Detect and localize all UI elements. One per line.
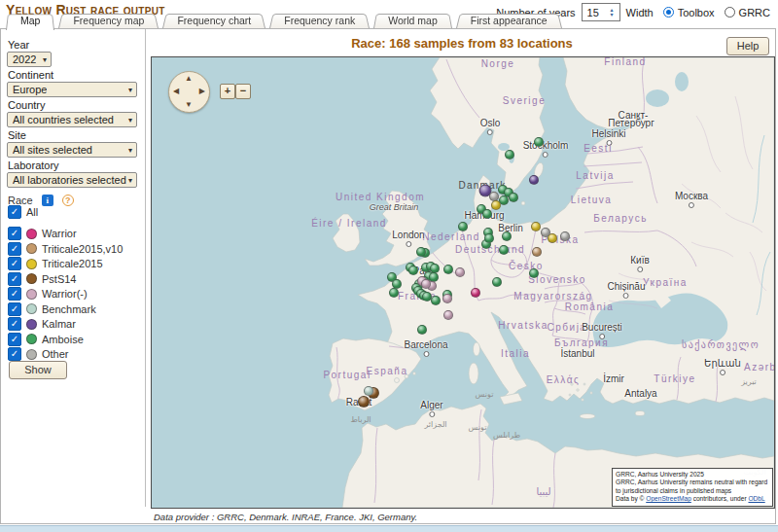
map-marker-other[interactable] [560, 231, 570, 241]
tab-frequency-chart[interactable]: Frequency chart [162, 13, 265, 28]
help-question-icon[interactable]: ? [62, 195, 74, 206]
chevron-down-icon: ▾ [43, 55, 47, 64]
width-option-toolbox[interactable]: Toolbox [663, 7, 715, 18]
map-marker-warrior_minus[interactable] [442, 294, 452, 303]
checkbox-triticale2015[interactable]: ✓ [8, 257, 21, 270]
year-label: Year [8, 39, 29, 51]
race-option-label: Amboise [42, 334, 84, 345]
map-marker-amboise[interactable] [505, 150, 514, 160]
pan-down-icon[interactable]: ▼ [185, 101, 193, 109]
map-marker-amboise[interactable] [484, 233, 494, 243]
race-row-other: ✓Other [8, 347, 69, 361]
race-option-label: PstS14 [42, 273, 76, 285]
map-marker-warrior_minus[interactable] [443, 310, 453, 320]
legend-dot-warrior [26, 229, 37, 239]
map-canvas[interactable]: NorgeFinlandSverigeOsloStockholmHelsinki… [151, 56, 775, 509]
map-marker-psts14[interactable] [358, 396, 370, 408]
site-select[interactable]: All sites selected▾ [7, 142, 137, 158]
checkbox-psts14[interactable]: ✓ [8, 272, 21, 286]
map-marker-amboise[interactable] [509, 193, 518, 202]
pan-left-icon[interactable]: ◀ [173, 88, 179, 95]
checkbox-warrior[interactable]: ✓ [8, 227, 21, 240]
tab-map[interactable]: Map [6, 13, 54, 28]
laboratory-select[interactable]: All laboratories selected▾ [7, 172, 137, 188]
width-label: Width [626, 7, 654, 18]
map-marker-amboise[interactable] [389, 288, 399, 298]
map-marker-amboise[interactable] [492, 277, 502, 287]
spinner-arrows-icon[interactable]: ▴▾ [611, 8, 616, 18]
legend-dot-benchmark [26, 303, 37, 314]
number-of-years-value[interactable] [583, 7, 611, 18]
radio-toolbox-icon[interactable] [663, 7, 674, 18]
map-marker-triticale2015[interactable] [548, 233, 557, 243]
tab-label: Frequency chart [162, 13, 265, 26]
width-radio-group: Toolbox GRRC [663, 7, 770, 18]
checkbox-kalmar[interactable]: ✓ [8, 317, 21, 331]
map-marker-triticale2015[interactable] [491, 200, 501, 210]
tab-world-map[interactable]: World map [373, 13, 452, 28]
tab-label: First appearance [456, 13, 562, 26]
map-marker-amboise[interactable] [529, 268, 539, 278]
checkbox-all[interactable]: ✓ [8, 205, 21, 219]
bottom-scroll-strip[interactable] [0, 525, 778, 532]
content-panel: Year2022▾ContinentEurope▾CountryAll coun… [0, 28, 776, 524]
tab-label: Map [6, 13, 54, 26]
checkbox-warrior[interactable]: ✓ [8, 287, 21, 301]
zoom-out-button[interactable]: − [235, 84, 251, 99]
race-row-triticale2015: ✓Triticale2015 [8, 257, 103, 270]
race-row-warrior: ✓Warrior(-) [8, 287, 88, 301]
map-marker-warrior_minus[interactable] [455, 267, 465, 277]
map-marker-kalmar[interactable] [529, 175, 539, 185]
show-button[interactable]: Show [9, 361, 67, 379]
map-marker-amboise[interactable] [416, 247, 426, 257]
map-marker-triticale2015[interactable] [531, 222, 541, 231]
tab-frequency-rank[interactable]: Frequency rank [269, 13, 370, 28]
map-marker-amboise[interactable] [431, 296, 441, 305]
odbl-link[interactable]: ODbL [748, 495, 764, 502]
map-marker-warrior[interactable] [471, 288, 480, 298]
map-marker-warrior_minus[interactable] [421, 279, 431, 289]
checkbox-amboise[interactable]: ✓ [8, 333, 21, 346]
zoom-in-button[interactable]: + [220, 84, 235, 99]
pan-right-icon[interactable]: ▶ [199, 88, 205, 95]
map-marker-amboise[interactable] [534, 137, 544, 147]
map-marker-triticale2015v10[interactable] [532, 247, 542, 257]
map-marker-amboise[interactable] [502, 231, 512, 241]
year-select[interactable]: 2022▾ [7, 52, 52, 67]
info-icon[interactable]: i [42, 195, 53, 206]
laboratory-value: All laboratories selected [13, 174, 126, 186]
map-marker-amboise[interactable] [482, 209, 492, 219]
radio-grrc-label: GRRC [739, 7, 770, 18]
width-option-grrc[interactable]: GRRC [725, 7, 770, 18]
map-title: Race: 168 samples from 83 locations [151, 36, 773, 51]
help-button[interactable]: Help [726, 37, 769, 55]
legend-dot-triticale2015-v10 [26, 243, 37, 254]
checkbox-other[interactable]: ✓ [8, 347, 21, 361]
checkbox-benchmark[interactable]: ✓ [8, 302, 21, 316]
continent-select[interactable]: Europe▾ [7, 82, 137, 97]
attribution-prefix: Data by © [616, 495, 646, 502]
map-marker-benchmark[interactable] [364, 386, 373, 396]
country-select[interactable]: All countries selected▾ [7, 112, 137, 127]
checkbox-triticale2015-v10[interactable]: ✓ [8, 242, 21, 256]
sidebar: Year2022▾ContinentEurope▾CountryAll coun… [1, 29, 146, 507]
tab-label: Frequency rank [269, 13, 370, 26]
number-of-years-input[interactable]: ▴▾ [582, 3, 620, 21]
map-pan-control[interactable]: ▲ ▼ ◀ ▶ [168, 71, 210, 113]
race-row-warrior: ✓Warrior [8, 227, 77, 240]
continent-value: Europe [13, 84, 47, 95]
race-option-label: Triticale2015 [42, 258, 103, 269]
openstreetmap-link[interactable]: OpenStreetMap [646, 495, 691, 502]
laboratory-label: Laboratory [8, 160, 59, 171]
legend-dot-psts14 [26, 273, 37, 284]
tab-frequency-map[interactable]: Frequency map [58, 13, 159, 28]
tab-first-appearance[interactable]: First appearance [456, 13, 562, 28]
pan-up-icon[interactable]: ▲ [185, 75, 193, 83]
map-marker-amboise[interactable] [458, 222, 468, 231]
legend-dot-other [26, 349, 37, 360]
map-marker-amboise[interactable] [417, 325, 427, 335]
map-marker-amboise[interactable] [443, 265, 453, 274]
map-marker-amboise[interactable] [408, 266, 418, 275]
map-marker-amboise[interactable] [499, 245, 509, 255]
radio-grrc-icon[interactable] [725, 7, 735, 18]
